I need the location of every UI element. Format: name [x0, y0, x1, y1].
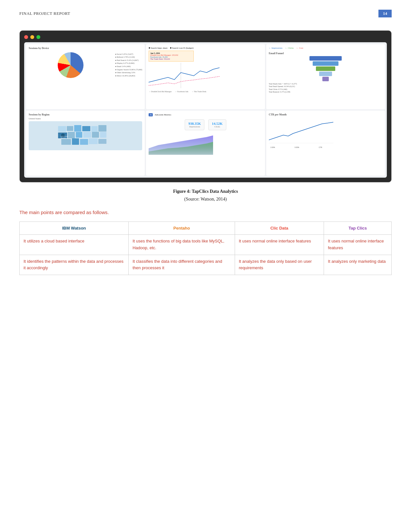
svg-rect-14	[61, 139, 71, 145]
svg-rect-2	[58, 126, 66, 132]
search-legend: ■ Search Impr. share ■ Search Lost IS (b…	[149, 47, 262, 49]
region-title: Sessions by Region	[29, 113, 142, 116]
svg-rect-13	[100, 132, 106, 138]
dashboard-screenshot: Sessions by Device ● Social 3.25% (3,627…	[19, 30, 392, 182]
svg-rect-9	[68, 132, 75, 138]
cell-ibm-2: It identifies the patterns within the da…	[20, 255, 129, 275]
pie-chart	[58, 52, 83, 78]
table-row: It identifies the patterns within the da…	[20, 255, 392, 275]
impressions-panel: ← Impressions ← Clicks ← Cost Email Funn…	[266, 44, 385, 109]
report-title: FINAL PROJECT REPORT	[19, 11, 70, 16]
svg-text:Wyoming 6: Wyoming 6	[61, 137, 66, 139]
funnel-chart	[269, 56, 382, 81]
line-chart-search	[149, 63, 220, 89]
map-panel: Sessions by Region United States	[26, 111, 145, 176]
figure-caption: Figure 4: TapClics Data Analytics	[19, 189, 392, 194]
search-panel: ■ Search Impr. share ■ Search Lost IS (b…	[146, 44, 265, 109]
us-map: United States Wyoming 6	[29, 121, 142, 150]
page-number: 14	[378, 10, 392, 17]
source-line: (Source: Watson, 2014)	[19, 197, 392, 202]
table-header-row: IBM Watson Pentaho Clic Data Tap Clics	[20, 222, 392, 235]
svg-rect-5	[82, 126, 90, 131]
svg-rect-7	[98, 125, 106, 132]
header-ibm: IBM Watson	[20, 222, 129, 235]
svg-rect-10	[76, 132, 82, 138]
header-pentaho: Pentaho	[129, 222, 235, 235]
cell-pentaho-1: It uses the functions of big data tools …	[129, 235, 235, 255]
email-funnel-section: Email Funnel Total Emails Sent: + 164712…	[269, 52, 382, 93]
maximize-dot	[36, 35, 40, 39]
cell-clic-2: It analyzes the data only based on user …	[235, 255, 324, 275]
region-subtitle: United States	[29, 117, 142, 120]
svg-rect-18	[98, 139, 106, 144]
email-funnel-title: Email Funnel	[269, 52, 382, 55]
cell-clic-1: It uses normal online interface features	[235, 235, 324, 255]
window-controls	[24, 35, 387, 39]
funnel-legend: Total Emails Sent: + 164712 (+ 31,577) T…	[269, 83, 382, 93]
cell-tap-2: It analyzes only marketing data	[324, 255, 392, 275]
close-dot	[24, 35, 28, 39]
svg-rect-3	[67, 126, 73, 131]
tooltip-box: Apr 5, 2016 DoubleClick Bid Manager: 235…	[149, 51, 194, 62]
svg-text:2.00%: 2.00%	[270, 146, 275, 148]
cell-pentaho-2: It classifies the data into different ca…	[129, 255, 235, 275]
svg-rect-4	[74, 125, 81, 132]
svg-text:0.00%: 0.00%	[295, 146, 299, 148]
svg-rect-17	[89, 138, 98, 144]
sessions-title: Sessions by Device	[29, 47, 142, 50]
page-header: FINAL PROJECT REPORT 14	[0, 0, 411, 21]
sessions-panel: Sessions by Device ● Social 3.25% (3,627…	[26, 44, 145, 109]
svg-rect-6	[91, 126, 98, 132]
svg-rect-12	[92, 132, 99, 138]
adwords-chart	[149, 132, 213, 155]
impressions-legend: ← Impressions ← Clicks ← Cost	[269, 47, 382, 49]
cell-ibm-1: It utilizes a cloud based interface	[20, 235, 129, 255]
dashboard-content: Sessions by Device ● Social 3.25% (3,627…	[24, 42, 387, 178]
section-heading: The main points are compared as follows.	[19, 210, 392, 215]
comparison-table: IBM Watson Pentaho Clic Data Tap Clics I…	[19, 222, 392, 275]
table-row: It utilizes a cloud based interface It u…	[20, 235, 392, 255]
svg-rect-11	[83, 132, 91, 138]
ctr-chart: 2.00% 0.00% CTR	[269, 117, 333, 150]
header-clic: Clic Data	[235, 222, 324, 235]
clicks-metric: 14.52K Clicks	[208, 119, 226, 130]
header-tap: Tap Clics	[324, 222, 392, 235]
ctr-panel: CTR per Month 2.00% 0.00% CTR	[266, 111, 385, 176]
impressions-metric: 938.35K Impressions	[185, 119, 204, 130]
minimize-dot	[30, 35, 34, 39]
chart-legend-bottom: → DoubleClick Bid Manager → Facebook Ads…	[149, 91, 262, 93]
pie-legend: ● Social 3.25% (3,627) ● Referral 2.79% …	[115, 53, 142, 78]
adwords-metrics: 938.35K Impressions 14.52K Clicks	[149, 119, 262, 131]
svg-rect-15	[72, 138, 79, 145]
svg-text:CTR: CTR	[319, 146, 322, 148]
svg-text:United States: United States	[60, 135, 68, 137]
adwords-title: A Adwords Metrics	[149, 113, 262, 116]
ctr-title: CTR per Month	[269, 113, 382, 116]
svg-rect-16	[80, 139, 88, 145]
cell-tap-1: It uses normal online interface features	[324, 235, 392, 255]
adwords-panel: A Adwords Metrics 938.35K Impressions 14…	[146, 111, 265, 176]
